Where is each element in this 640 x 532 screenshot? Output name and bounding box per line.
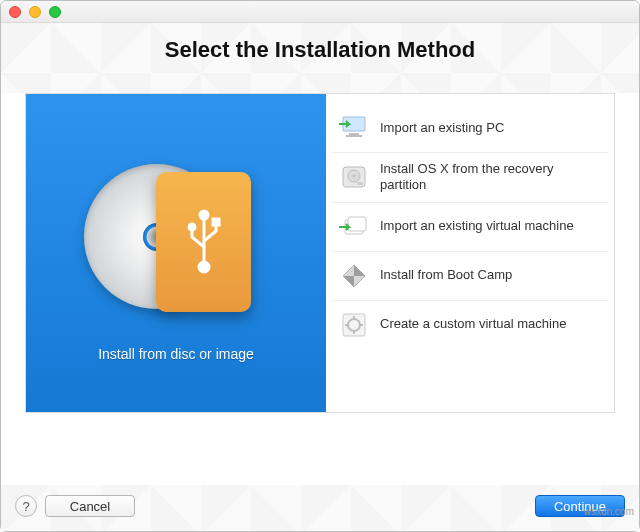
bootcamp-icon bbox=[338, 260, 370, 292]
svg-point-3 bbox=[189, 224, 195, 230]
option-boot-camp[interactable]: Install from Boot Camp bbox=[332, 252, 608, 301]
disc-usb-illustration bbox=[66, 144, 286, 324]
option-label: Install from Boot Camp bbox=[380, 267, 512, 283]
svg-rect-13 bbox=[348, 217, 366, 231]
help-button[interactable]: ? bbox=[15, 495, 37, 517]
monitor-arrow-icon bbox=[338, 112, 370, 144]
cancel-button[interactable]: Cancel bbox=[45, 495, 135, 517]
spacer bbox=[1, 413, 639, 485]
svg-marker-15 bbox=[354, 265, 365, 276]
custom-vm-icon bbox=[338, 309, 370, 341]
svg-rect-4 bbox=[213, 219, 219, 225]
usb-drive-icon bbox=[156, 172, 251, 312]
option-import-pc[interactable]: Import an existing PC bbox=[332, 104, 608, 153]
window-controls bbox=[9, 6, 61, 18]
option-label: Import an existing virtual machine bbox=[380, 218, 574, 234]
vm-import-icon bbox=[338, 211, 370, 243]
zoom-window-button[interactable] bbox=[49, 6, 61, 18]
option-label: Install OS X from the recovery partition bbox=[380, 161, 602, 194]
selected-method-label: Install from disc or image bbox=[98, 346, 254, 362]
harddrive-icon bbox=[338, 161, 370, 193]
footer-bar: ? Cancel Continue bbox=[1, 485, 639, 531]
titlebar bbox=[1, 1, 639, 23]
installer-window: Select the Installation Method bbox=[0, 0, 640, 532]
header: Select the Installation Method bbox=[1, 23, 639, 93]
option-install-recovery[interactable]: Install OS X from the recovery partition bbox=[332, 153, 608, 203]
content-panel: Install from disc or image Import an exi… bbox=[25, 93, 615, 413]
method-options-list: Import an existing PC Install OS X from … bbox=[326, 94, 614, 412]
svg-rect-7 bbox=[346, 135, 362, 137]
watermark: wsxdn.com bbox=[584, 506, 634, 517]
minimize-window-button[interactable] bbox=[29, 6, 41, 18]
svg-marker-16 bbox=[343, 276, 354, 287]
svg-rect-6 bbox=[349, 133, 359, 135]
svg-point-10 bbox=[353, 175, 356, 178]
svg-rect-11 bbox=[357, 182, 363, 185]
page-title: Select the Installation Method bbox=[1, 37, 639, 63]
close-window-button[interactable] bbox=[9, 6, 21, 18]
usb-symbol-icon bbox=[184, 207, 224, 277]
selected-method-panel[interactable]: Install from disc or image bbox=[26, 94, 326, 412]
option-custom-vm[interactable]: Create a custom virtual machine bbox=[332, 301, 608, 349]
svg-point-2 bbox=[199, 262, 209, 272]
option-import-vm[interactable]: Import an existing virtual machine bbox=[332, 203, 608, 252]
option-label: Import an existing PC bbox=[380, 120, 504, 136]
option-label: Create a custom virtual machine bbox=[380, 316, 566, 332]
